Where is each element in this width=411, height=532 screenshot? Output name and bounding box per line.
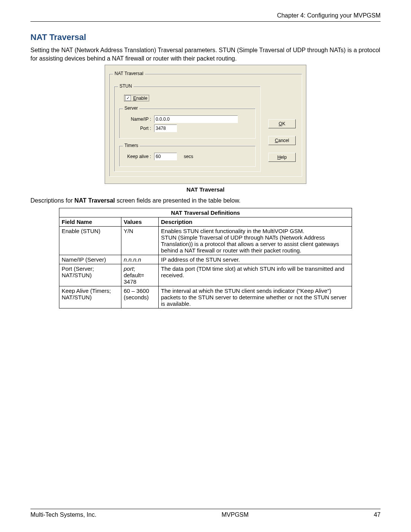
help-rest: elp [280,155,287,160]
nat-traversal-group-legend: NAT Traversal [113,71,145,76]
table-row: Keep Alive (Timers; NAT/STUN) 60 – 3600 … [59,286,352,308]
footer-center: MVPGSM [221,511,249,518]
cell-values: Y/N [121,227,159,255]
table-intro-post: screen fields are presented in the table… [115,197,241,204]
cell-values: port; default= 3478 [121,264,159,286]
ok-mnemonic: O [279,121,282,126]
definitions-table: NAT Traversal Definitions Field Name Val… [59,208,352,308]
table-intro: Descriptions for NAT Traversal screen fi… [30,197,381,204]
keep-alive-unit: secs [184,154,193,159]
section-heading: NAT Traversal [30,32,381,42]
cell-field: Keep Alive (Timers; NAT/STUN) [59,286,121,308]
cell-description: IP address of the STUN server. [159,255,352,264]
cell-description: The data port (TDM time slot) at which S… [159,264,352,286]
table-intro-pre: Descriptions for [30,197,75,204]
figure-caption: NAT Traversal [30,186,381,193]
section-intro: Setting the NAT (Network Address Transla… [30,46,381,62]
port-label: Port : [124,126,151,131]
footer-right: 47 [374,511,381,518]
nat-traversal-group: NAT Traversal STUN ✓ Enable [109,73,302,177]
cell-values: n.n.n.n [121,255,159,264]
footer-left: Multi-Tech Systems, Inc. [30,511,96,518]
ok-rest: K [282,121,285,126]
table-intro-bold: NAT Traversal [75,197,115,204]
chapter-title: Chapter 4: Configuring your MVPGSM [277,12,381,19]
cell-values-ital: n.n.n.n [124,256,141,263]
stun-group: STUN ✓ Enable Server Name/IP : [114,86,261,172]
keep-alive-label: Keep alive : [124,154,151,159]
th-values: Values [121,217,159,227]
page-footer: Multi-Tech Systems, Inc. MVPGSM 47 [30,509,381,518]
table-row: Name/IP (Server) n.n.n.n IP address of t… [59,255,352,264]
cancel-button[interactable]: Cancel [268,136,296,145]
ok-button[interactable]: OK [268,119,296,128]
help-button[interactable]: Help [268,153,296,162]
nat-traversal-dialog: NAT Traversal STUN ✓ Enable [105,65,306,184]
timers-group-legend: Timers [123,143,140,148]
cell-field: Port (Server; NAT/STUN) [59,264,121,286]
table-row: Port (Server; NAT/STUN) port; default= 3… [59,264,352,286]
name-ip-label: Name/IP : [124,117,151,122]
page-header: Chapter 4: Configuring your MVPGSM [30,12,381,22]
enable-checkbox[interactable]: ✓ Enable [124,95,149,101]
timers-group: Timers Keep alive : secs [119,145,256,167]
server-group-legend: Server [123,105,139,111]
name-ip-input[interactable] [154,115,238,123]
cell-field: Enable (STUN) [59,227,121,255]
check-icon: ✓ [125,95,131,101]
keep-alive-input[interactable] [154,153,177,160]
stun-group-legend: STUN [118,83,134,89]
enable-mnemonic: E [133,96,136,101]
cell-description: Enables STUN client functionality in the… [159,227,352,255]
cell-values-ital-first: port [124,265,134,272]
cell-description: The interval at which the STUN client se… [159,286,352,308]
port-input[interactable] [154,125,177,132]
server-group: Server Name/IP : Port : [119,108,256,139]
th-description: Description [159,217,352,227]
table-title: NAT Traversal Definitions [59,208,352,217]
th-field: Field Name [59,217,121,227]
cell-field: Name/IP (Server) [59,255,121,264]
cancel-rest: ancel [278,138,289,143]
table-row: Enable (STUN) Y/N Enables STUN client fu… [59,227,352,255]
cancel-mnemonic: C [275,138,278,143]
cell-values: 60 – 3600 (seconds) [121,286,159,308]
enable-label-rest: nable [136,96,147,101]
